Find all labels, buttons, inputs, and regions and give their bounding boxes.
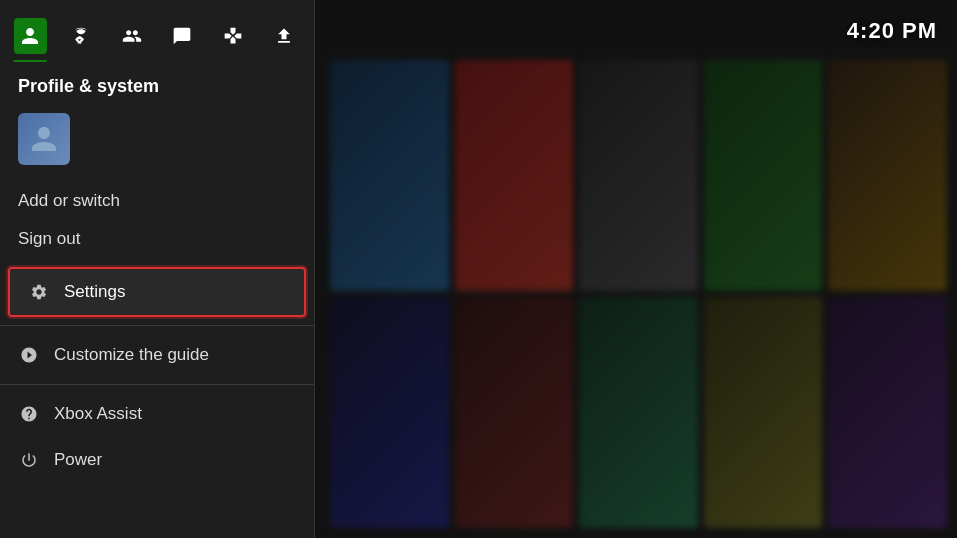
game-tile [455, 60, 574, 291]
game-tile [828, 60, 947, 291]
xbox-assist-label: Xbox Assist [54, 404, 142, 424]
nav-share-tab[interactable] [267, 18, 300, 54]
controller-icon [223, 26, 243, 46]
profile-icon [20, 26, 40, 46]
help-icon [18, 405, 40, 423]
section-title: Profile & system [0, 60, 314, 109]
game-tile [330, 60, 449, 291]
menu-divider [0, 325, 314, 326]
clock-display: 4:20 PM [847, 18, 937, 44]
nav-controller-tab[interactable] [217, 18, 250, 54]
chat-icon [172, 26, 192, 46]
settings-label: Settings [64, 282, 125, 302]
avatar-icon [29, 124, 59, 154]
gear-icon [28, 283, 50, 301]
xbox-assist-item[interactable]: Xbox Assist [0, 391, 314, 437]
add-switch-label: Add or switch [18, 191, 120, 210]
avatar-area [0, 109, 314, 179]
game-tile [704, 297, 823, 528]
nav-people-tab[interactable] [115, 18, 148, 54]
customize-guide-label: Customize the guide [54, 345, 209, 365]
share-icon [274, 26, 294, 46]
menu-divider-2 [0, 384, 314, 385]
settings-menu-item[interactable]: Settings [8, 267, 306, 317]
customize-guide-item[interactable]: Customize the guide [0, 332, 314, 378]
sign-out-item[interactable]: Sign out [0, 223, 314, 265]
avatar [18, 113, 70, 165]
game-tile [579, 297, 698, 528]
game-tile [704, 60, 823, 291]
top-nav-bar [0, 0, 314, 60]
game-tile [579, 60, 698, 291]
add-switch-item[interactable]: Add or switch [0, 179, 314, 223]
nav-xbox-tab[interactable] [65, 18, 98, 54]
game-tiles-grid [320, 0, 957, 538]
power-label: Power [54, 450, 102, 470]
game-tile [828, 297, 947, 528]
sign-out-label: Sign out [18, 229, 80, 248]
xbox-icon [71, 26, 91, 46]
nav-chat-tab[interactable] [166, 18, 199, 54]
power-icon [18, 451, 40, 469]
power-item[interactable]: Power [0, 437, 314, 483]
nav-profile-tab[interactable] [14, 18, 47, 54]
people-icon [122, 26, 142, 46]
sidebar-panel: Profile & system Add or switch Sign out … [0, 0, 315, 538]
customize-icon [18, 346, 40, 364]
game-tile [455, 297, 574, 528]
game-tile [330, 297, 449, 528]
